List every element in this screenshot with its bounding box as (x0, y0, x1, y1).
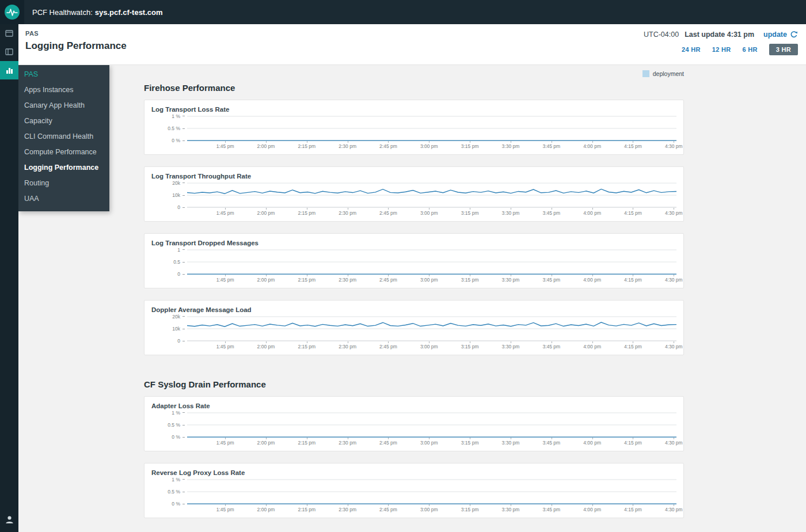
x-tick-label: 2:15 pm (298, 507, 315, 512)
x-tick-label: 4:15 pm (624, 210, 642, 216)
app-title-domain: sys.pcf.cf-test.com (95, 8, 163, 17)
x-tick-label: 1:45 pm (216, 210, 234, 216)
menu-item-routing[interactable]: Routing (18, 176, 109, 191)
bar-chart-icon[interactable] (0, 61, 18, 79)
x-tick-label: 2:30 pm (339, 507, 356, 512)
x-tick-mark (348, 438, 348, 439)
menu-item-compute-performance[interactable]: Compute Performance (18, 145, 109, 160)
x-tick-mark (552, 438, 552, 439)
y-tick-label: 0.5 (173, 259, 180, 265)
window-icon[interactable] (0, 24, 18, 43)
x-tick-mark (592, 208, 593, 210)
x-tick-label: 3:45 pm (542, 344, 560, 349)
range-button-6-hr[interactable]: 6 HR (742, 46, 757, 53)
x-tick-mark (633, 438, 633, 439)
x-tick-label: 3:00 pm (420, 507, 438, 512)
x-tick-label: 2:00 pm (257, 344, 275, 349)
x-tick-mark (225, 341, 226, 343)
range-button-12-hr[interactable]: 12 HR (712, 46, 731, 53)
breadcrumb: PAS (25, 30, 127, 37)
chart-card-log-transport-loss-rate: Log Transport Loss Rate1 %0.5 %0 %1:45 p… (144, 100, 684, 155)
icon-rail (0, 24, 18, 532)
x-tick-mark (225, 504, 226, 506)
top-bar: PCF Healthwatch:sys.pcf.cf-test.com (0, 0, 806, 24)
y-tick-label: 10k (172, 326, 180, 332)
menu-item-apps-instances[interactable]: Apps Instances (18, 82, 109, 98)
legend-label: deployment (653, 70, 684, 77)
x-tick-mark (674, 141, 674, 143)
app-title-prefix: PCF Healthwatch: (32, 8, 93, 17)
chart-plot (187, 479, 676, 504)
chart-title: Reverse Log Proxy Loss Rate (151, 469, 676, 476)
y-tick-label: 0.5 % (168, 489, 180, 495)
x-tick-mark (225, 141, 226, 143)
x-tick-mark (592, 141, 593, 143)
x-tick-mark (388, 341, 389, 343)
x-tick-mark (552, 341, 552, 343)
y-tick-label: 0.5 % (168, 126, 180, 131)
menu-item-capacity[interactable]: Capacity (18, 113, 109, 129)
x-tick-label: 4:00 pm (583, 344, 601, 349)
y-axis-labels: 20k10k0 (151, 183, 187, 208)
x-tick-label: 3:00 pm (420, 440, 438, 446)
x-tick-label: 3:45 pm (542, 440, 560, 446)
update-button[interactable]: update (763, 31, 798, 39)
x-tick-label: 2:45 pm (379, 210, 397, 216)
x-tick-mark (429, 341, 429, 343)
x-tick-mark (307, 275, 307, 276)
chart-plot (187, 249, 676, 275)
x-tick-label: 3:30 pm (502, 440, 520, 446)
x-tick-mark (266, 208, 267, 210)
heartbeat-logo-icon (4, 4, 20, 20)
x-tick-label: 4:30 pm (665, 277, 683, 283)
x-tick-label: 3:45 pm (542, 210, 560, 216)
x-tick-mark (674, 504, 674, 506)
x-tick-mark (592, 275, 593, 276)
x-tick-mark (511, 504, 511, 506)
series-line-deployment (187, 189, 676, 193)
x-tick-label: 2:45 pm (379, 344, 397, 349)
x-tick-mark (592, 341, 593, 343)
panel-icon[interactable] (0, 43, 18, 61)
menu-item-logging-performance[interactable]: Logging Performance (18, 160, 109, 176)
x-tick-label: 3:45 pm (542, 507, 560, 512)
x-tick-mark (470, 208, 470, 210)
x-tick-label: 4:30 pm (665, 344, 683, 349)
x-tick-mark (307, 208, 307, 210)
menu-item-uaa[interactable]: UAA (18, 191, 109, 207)
healthwatch-logo[interactable] (0, 0, 24, 24)
x-tick-mark (429, 208, 429, 210)
x-tick-label: 4:15 pm (624, 344, 642, 349)
x-tick-label: 2:15 pm (298, 344, 315, 349)
x-tick-label: 3:30 pm (502, 143, 520, 149)
menu-item-canary-app-health[interactable]: Canary App Health (18, 98, 109, 113)
x-tick-label: 2:45 pm (379, 507, 397, 512)
chart-title: Doppler Average Message Load (151, 306, 676, 313)
legend-color-swatch (642, 70, 649, 77)
x-axis-labels: 1:45 pm2:00 pm2:15 pm2:30 pm2:45 pm3:00 … (187, 504, 676, 513)
x-tick-label: 2:15 pm (298, 277, 315, 283)
x-tick-label: 3:15 pm (461, 507, 479, 512)
update-button-label: update (763, 31, 787, 39)
x-tick-mark (429, 141, 429, 143)
x-tick-label: 4:15 pm (624, 143, 642, 149)
x-tick-mark (348, 208, 348, 210)
x-tick-mark (674, 208, 674, 210)
range-button-3-hr[interactable]: 3 HR (769, 44, 798, 55)
chart-plot (187, 116, 676, 141)
menu-item-pas[interactable]: PAS (18, 67, 109, 82)
x-tick-label: 4:00 pm (583, 143, 601, 149)
chart-plot (187, 316, 676, 341)
x-tick-mark (674, 275, 674, 276)
chart-title: Log Transport Loss Rate (151, 106, 676, 113)
x-tick-label: 3:00 pm (420, 210, 438, 216)
user-icon[interactable] (0, 510, 18, 529)
x-tick-label: 1:45 pm (216, 344, 234, 349)
menu-item-cli-command-health[interactable]: CLI Command Health (18, 129, 109, 145)
x-tick-label: 4:00 pm (583, 507, 601, 512)
range-button-24-hr[interactable]: 24 HR (682, 46, 701, 53)
x-tick-label: 3:15 pm (461, 440, 479, 446)
x-tick-label: 3:45 pm (542, 143, 560, 149)
x-tick-mark (307, 141, 307, 143)
y-tick-label: 1 % (172, 113, 180, 119)
